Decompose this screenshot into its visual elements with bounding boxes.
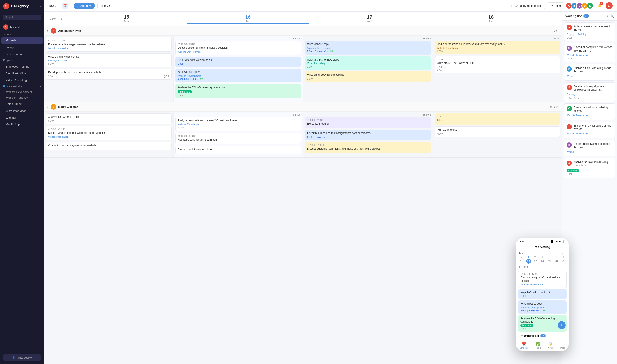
task-card[interactable]: Conduct customer segmentation analysis	[46, 142, 172, 150]
sidebar-item-sales-funnel[interactable]: Sales Funnel	[1, 101, 42, 107]
sidebar-item-video-recording[interactable]: Video Recording	[1, 77, 42, 83]
phone-day-19[interactable]: 19	[547, 259, 552, 264]
task-card[interactable]: ⏱ 9:30 - 11:00 Executive meeting	[305, 117, 431, 128]
today-button[interactable]: Today ▾	[97, 3, 113, 9]
phone-day-fri: F 19	[547, 256, 552, 264]
chevron-icon: ▾	[40, 85, 41, 88]
phone-wl-chevron[interactable]: ▾	[521, 334, 523, 338]
phone-add-button[interactable]: +	[558, 321, 566, 329]
phone-tab-schedule[interactable]: 📅 Schedule	[517, 342, 531, 350]
wl-item-2[interactable]: U Upload all completed translations into…	[564, 43, 615, 62]
wl-item-3[interactable]: P Publish article: Marketing trends this…	[564, 64, 615, 80]
add-new-button[interactable]: + Add new	[74, 3, 95, 9]
task-card[interactable]: ⏱ 13:00 - 14:30 Discuss customer comment…	[305, 142, 431, 153]
phone-tab-notes[interactable]: 📝 Notes	[546, 342, 556, 350]
wl-item-5[interactable]: C Check translation provided by agency W…	[564, 104, 615, 120]
sidebar-item-blog-post[interactable]: Blog Post Writing	[1, 70, 42, 77]
phone-day-wed: W 17	[533, 256, 538, 264]
phone-task-1[interactable]: ⏱ 10:00 - 13:00 Discuss design drafts an…	[518, 271, 566, 288]
wl-item-6[interactable]: I Implement new language on the website …	[564, 122, 615, 138]
person-chevron-icon[interactable]: ▾	[47, 30, 48, 32]
sidebar-item-website-translation[interactable]: Website Translation	[0, 95, 44, 101]
next-week-button[interactable]: ›	[554, 16, 558, 21]
teams-label: Teams	[3, 33, 11, 36]
phone-task-3[interactable]: Write website copy Website Development 3…	[518, 300, 566, 314]
phone-next-icon[interactable]: ›	[565, 252, 566, 255]
task-card[interactable]: ⏱ 10:00 - 10:45 Discuss what languages w…	[46, 126, 172, 140]
add-project-icon[interactable]: +	[39, 59, 41, 62]
waiting-list-scroll[interactable]: A Write an email announcement for the ne…	[562, 21, 617, 364]
user-menu-avatar[interactable]: U	[606, 2, 613, 9]
task-card[interactable]: Adjust scripts for new video Video Recor…	[305, 56, 431, 70]
phone-total-time: 8h 30m	[516, 264, 569, 269]
task-card[interactable]: ⏱ 9:... 1-to-...	[435, 113, 561, 125]
wl-item-7[interactable]: C Check article: Marketing trends this y…	[564, 140, 615, 156]
task-title: Check resumes and test assignments from …	[307, 131, 429, 135]
phone-body[interactable]: ⏱ 10:00 - 13:00 Discuss design drafts an…	[516, 269, 569, 340]
projects-section-header[interactable]: Projects +	[0, 57, 44, 63]
task-card[interactable]: ⏱ 10:00 - 13:00 Discuss design drafts an…	[175, 41, 301, 55]
hamburger-icon[interactable]: ☰	[519, 245, 522, 249]
sidebar-item-marketing[interactable]: Marketing	[1, 37, 42, 44]
phone-prev-icon[interactable]: ‹	[562, 252, 563, 255]
task-card[interactable]: Write website copy Website Development 5…	[305, 41, 431, 55]
filter-button[interactable]: ⧩ Filter	[548, 2, 564, 9]
phone-task-2[interactable]: Help Sofia with Webinar texts 1:00h	[518, 289, 566, 299]
task-card[interactable]: ⏱ 10:00 - 10:45 Discuss what languages w…	[46, 37, 172, 52]
invite-people-button[interactable]: 👤 Invite people	[3, 354, 41, 361]
task-card[interactable]: Help Sofia with Webinar texts 1:00h	[175, 57, 301, 67]
calendar-view-icon[interactable]: 📅	[62, 3, 68, 9]
sidebar-item-mobile-app[interactable]: Mobile App	[1, 121, 42, 128]
wl-item-4[interactable]: S Send email campaign to all employees i…	[564, 82, 615, 102]
phone-day-16[interactable]: 16	[526, 259, 531, 264]
task-card[interactable]: Analyze last week's results 0:30h	[46, 113, 172, 124]
phone-more-icon[interactable]: ⋯	[563, 245, 566, 249]
task-card[interactable]: ⏱ 16:... Write article: The Power of SEO…	[435, 56, 561, 74]
task-card[interactable]: Write website copy Website Development 3…	[175, 69, 301, 82]
task-card[interactable]: Develop scripts for customer service cha…	[46, 69, 172, 80]
phone-day-21[interactable]: 21	[561, 259, 566, 264]
teams-section-header[interactable]: Teams +	[0, 31, 44, 37]
my-work-item[interactable]: A My work	[0, 23, 44, 31]
wl-item-1[interactable]: A Write an email announcement for the ne…	[564, 22, 615, 41]
sidebar-item-website-development[interactable]: Website Development	[0, 89, 44, 95]
group-by-button[interactable]: ⊞ Group by responsible	[508, 3, 545, 9]
task-card[interactable]: Check resumes and test assignments from …	[305, 130, 431, 140]
calendar-scroll[interactable]: ▾ A Anastasia Novak 7h 55m ⏱ 10:00 - 10:…	[44, 26, 562, 364]
sidebar-item-development[interactable]: Development	[1, 51, 42, 57]
add-waiting-icon[interactable]: +	[606, 14, 608, 18]
phone-tab-notes-label: Notes	[548, 347, 554, 349]
notification-button[interactable]: 🔔 6	[596, 2, 603, 9]
sidebar-item-crm-integration[interactable]: CRM Integration	[1, 108, 42, 114]
task-card[interactable]: Plan a... marke... 4:00h	[435, 126, 561, 137]
phone-tab-more[interactable]: ⋯ More	[558, 342, 568, 350]
wl-item-8[interactable]: A Analyze the ROI of marketing campaigns…	[564, 158, 615, 178]
phone-wl-title: Waiting list	[524, 334, 539, 338]
new-website-header[interactable]: New Website ▾	[0, 84, 44, 89]
phone-tab-tasks[interactable]: ✅ Tasks	[533, 342, 543, 350]
sidebar-item-employee-training[interactable]: Employee Training	[1, 63, 42, 70]
marry-day-columns: Analyze last week's results 0:30h ⏱ 10:0…	[44, 112, 562, 157]
phone-day-15[interactable]: 15	[519, 259, 524, 264]
chevron-down-icon: ▾	[40, 5, 41, 7]
add-team-icon[interactable]: +	[39, 33, 41, 36]
sidebar-logo[interactable]: G GIM Agency ▾	[0, 0, 44, 13]
search-input[interactable]	[3, 15, 41, 20]
phone-day-20[interactable]: 20	[554, 259, 559, 264]
sidebar-item-design[interactable]: Design	[1, 44, 42, 51]
phone-day-18[interactable]: 18	[540, 259, 545, 264]
task-card[interactable]: Find a person who could review and rate …	[435, 41, 561, 54]
task-card[interactable]: ⏱ 13:30 - 14:30 Negotiate contract terms…	[175, 133, 301, 144]
prev-week-button[interactable]: ‹	[60, 16, 63, 21]
person-chevron-icon[interactable]: ▾	[47, 106, 48, 108]
avatar-5[interactable]: E	[587, 2, 593, 9]
search-waiting-icon[interactable]: 🔍	[610, 14, 614, 18]
person-row-marry: ▾ M Marry Williams 8h 15m Analyze last w…	[44, 102, 562, 158]
task-card[interactable]: Write email copy for onboarding 1:30h	[305, 71, 431, 82]
task-card[interactable]: Analyze proposals and choose 2-3 best ca…	[175, 117, 301, 131]
task-card[interactable]: Write training video scripts Employee Tr…	[46, 53, 172, 67]
sidebar-item-webinar[interactable]: Webinar	[1, 115, 42, 121]
phone-day-17[interactable]: 17	[533, 259, 538, 264]
task-card[interactable]: Analyze the ROI of marketing campaigns i…	[175, 84, 301, 99]
task-card[interactable]: Prepare the information about	[175, 146, 301, 154]
